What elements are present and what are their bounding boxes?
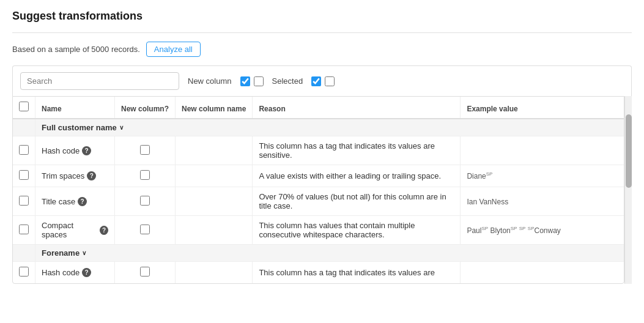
row-checkbox-cell: [13, 262, 35, 284]
new-col-row-checkbox[interactable]: [140, 225, 150, 234]
row-checkbox[interactable]: [19, 170, 29, 180]
row-example-cell: Ian VanNess: [461, 187, 624, 216]
th-reason: Reason: [253, 97, 461, 119]
sample-row: Based on a sample of 5000 records. Analy…: [12, 42, 632, 57]
reason-text: This column has a tag that indicates its…: [259, 268, 435, 277]
search-input[interactable]: [20, 72, 179, 90]
row-newcolname-cell: [176, 262, 253, 284]
row-checkbox-cell: [13, 136, 35, 165]
new-column-checkboxes: [240, 76, 264, 86]
field-name-label: Trim spaces: [42, 171, 84, 180]
th-newcolname: New column name: [176, 97, 253, 119]
table-row: Hash code ? This column has a tag that i…: [13, 136, 624, 165]
row-reason-cell: Over 70% of values (but not all) for thi…: [253, 187, 461, 216]
row-name-cell: Trim spaces ?: [35, 165, 115, 187]
selected-checked-checkbox[interactable]: [311, 76, 321, 86]
row-example-cell: [461, 136, 624, 165]
selected-checkboxes: [311, 76, 335, 86]
new-column-unchecked-checkbox[interactable]: [254, 76, 264, 86]
group-chevron-icon[interactable]: ∨: [82, 250, 86, 256]
row-newcol-cell: [115, 136, 176, 165]
table-outer: Name New column? New column name Reason …: [12, 96, 632, 284]
row-checkbox[interactable]: [19, 145, 29, 155]
th-name: Name: [35, 97, 115, 119]
new-column-label: New column: [188, 76, 232, 86]
row-reason-cell: A value exists with either a leading or …: [253, 165, 461, 187]
row-newcolname-cell: [176, 216, 253, 245]
group-row: Forename ∨: [13, 245, 624, 262]
row-newcolname-cell: [176, 136, 253, 165]
selected-label: Selected: [272, 76, 303, 86]
table-row: Trim spaces ? A value exists with either…: [13, 165, 624, 187]
field-name-label: Compact spaces: [42, 221, 97, 239]
divider: [12, 32, 632, 33]
example-value: Ian VanNess: [467, 198, 508, 206]
example-value: PaulSP BlytonSP SP SPConway: [467, 226, 560, 235]
row-newcol-cell: [115, 165, 176, 187]
sample-text: Based on a sample of 5000 records.: [12, 45, 140, 54]
th-newcol: New column?: [115, 97, 176, 119]
th-check: [13, 97, 35, 119]
page-container: Suggest transformations Based on a sampl…: [0, 0, 644, 323]
reason-text: This column has a tag that indicates its…: [259, 141, 435, 160]
group-name-label: Full customer name: [42, 123, 117, 132]
group-name-label: Forename: [42, 248, 80, 258]
th-example: Example value: [461, 97, 624, 119]
row-newcol-cell: [115, 187, 176, 216]
info-icon[interactable]: ?: [82, 268, 91, 277]
reason-text: This column has values that contain mult…: [259, 221, 415, 239]
row-newcolname-cell: [176, 165, 253, 187]
row-checkbox[interactable]: [19, 267, 29, 277]
row-newcolname-cell: [176, 187, 253, 216]
toolbar: New column Selected: [12, 65, 632, 96]
new-col-row-checkbox[interactable]: [140, 145, 150, 155]
new-col-row-checkbox[interactable]: [140, 170, 150, 180]
row-name-cell: Hash code ?: [35, 262, 115, 284]
row-newcol-cell: [115, 216, 176, 245]
table-body: Full customer name ∨ Hash code ? This co…: [13, 119, 624, 283]
table-row: Hash code ? This column has a tag that i…: [13, 262, 624, 284]
table-wrapper: Name New column? New column name Reason …: [12, 96, 624, 284]
table-header-row: Name New column? New column name Reason …: [13, 97, 624, 119]
row-checkbox-cell: [13, 216, 35, 245]
field-name-label: Hash code: [42, 146, 80, 155]
table-row: Title case ? Over 70% of values (but not…: [13, 187, 624, 216]
transformations-table: Name New column? New column name Reason …: [13, 97, 624, 283]
row-reason-cell: This column has values that contain mult…: [253, 216, 461, 245]
row-checkbox-cell: [13, 165, 35, 187]
row-example-cell: PaulSP BlytonSP SP SPConway: [461, 216, 624, 245]
row-name-cell: Hash code ?: [35, 136, 115, 165]
group-chevron-icon[interactable]: ∨: [119, 124, 124, 131]
table-row: Compact spaces ? This column has values …: [13, 216, 624, 245]
example-value: DianeSP: [467, 172, 492, 180]
row-checkbox-cell: [13, 187, 35, 216]
row-checkbox[interactable]: [19, 196, 29, 206]
scrollbar-thumb[interactable]: [626, 114, 632, 188]
new-col-row-checkbox[interactable]: [140, 267, 150, 277]
group-row: Full customer name ∨: [13, 119, 624, 136]
field-name-label: Hash code: [42, 268, 80, 277]
row-reason-cell: This column has a tag that indicates its…: [253, 136, 461, 165]
info-icon[interactable]: ?: [78, 197, 87, 206]
info-icon[interactable]: ?: [100, 226, 108, 235]
new-column-checked-checkbox[interactable]: [240, 76, 250, 86]
row-example-cell: [461, 262, 624, 284]
info-icon[interactable]: ?: [82, 146, 91, 155]
reason-text: A value exists with either a leading or …: [259, 171, 441, 180]
row-reason-cell: This column has a tag that indicates its…: [253, 262, 461, 284]
row-example-cell: DianeSP: [461, 165, 624, 187]
select-all-checkbox[interactable]: [19, 102, 29, 111]
page-title: Suggest transformations: [12, 10, 632, 23]
row-name-cell: Compact spaces ?: [35, 216, 115, 245]
reason-text: Over 70% of values (but not all) for thi…: [259, 192, 446, 210]
row-checkbox[interactable]: [19, 225, 29, 234]
row-name-cell: Title case ?: [35, 187, 115, 216]
selected-unchecked-checkbox[interactable]: [325, 76, 335, 86]
info-icon[interactable]: ?: [87, 171, 96, 180]
analyze-all-button[interactable]: Analyze all: [146, 42, 201, 57]
scrollbar-track[interactable]: [624, 96, 632, 284]
new-col-row-checkbox[interactable]: [140, 196, 150, 206]
field-name-label: Title case: [42, 197, 75, 206]
row-newcol-cell: [115, 262, 176, 284]
